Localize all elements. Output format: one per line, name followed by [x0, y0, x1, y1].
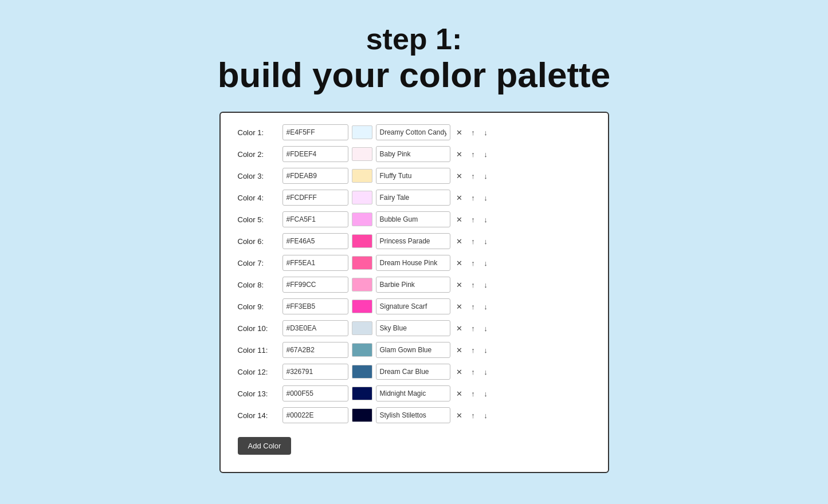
- hex-input[interactable]: [282, 211, 348, 227]
- remove-button[interactable]: ✕: [454, 172, 465, 180]
- table-row: Color 1: ✕ ↑ ↓: [238, 124, 591, 140]
- move-down-button[interactable]: ↓: [481, 281, 490, 289]
- color-name-input[interactable]: [376, 407, 450, 423]
- remove-button[interactable]: ✕: [454, 302, 465, 311]
- color-swatch[interactable]: [352, 321, 372, 335]
- move-down-button[interactable]: ↓: [481, 259, 490, 267]
- move-up-button[interactable]: ↑: [469, 389, 478, 398]
- remove-button[interactable]: ✕: [454, 150, 465, 159]
- color-swatch[interactable]: [352, 408, 372, 422]
- page-title: step 1: build your color palette: [218, 23, 611, 94]
- color-swatch[interactable]: [352, 191, 372, 204]
- move-up-button[interactable]: ↑: [469, 172, 478, 180]
- color-swatch[interactable]: [352, 300, 372, 313]
- move-up-button[interactable]: ↑: [469, 302, 478, 311]
- color-name-input[interactable]: [376, 233, 450, 249]
- color-label: Color 4:: [238, 194, 279, 202]
- color-name-input[interactable]: [376, 277, 450, 293]
- move-up-button[interactable]: ↑: [469, 259, 478, 267]
- move-down-button[interactable]: ↓: [481, 324, 490, 333]
- color-name-input[interactable]: [376, 146, 450, 162]
- hex-input[interactable]: [282, 364, 348, 380]
- table-row: Color 7: ✕ ↑ ↓: [238, 255, 591, 271]
- move-up-button[interactable]: ↑: [469, 346, 478, 355]
- move-down-button[interactable]: ↓: [481, 215, 490, 224]
- move-down-button[interactable]: ↓: [481, 237, 490, 246]
- move-up-button[interactable]: ↑: [469, 237, 478, 246]
- hex-input[interactable]: [282, 255, 348, 271]
- color-name-input[interactable]: [376, 298, 450, 314]
- remove-button[interactable]: ✕: [454, 128, 465, 137]
- color-label: Color 1:: [238, 128, 279, 137]
- table-row: Color 14: ✕ ↑ ↓: [238, 407, 591, 423]
- remove-button[interactable]: ✕: [454, 346, 465, 355]
- move-up-button[interactable]: ↑: [469, 194, 478, 202]
- hex-input[interactable]: [282, 124, 348, 140]
- color-swatch[interactable]: [352, 147, 372, 161]
- table-row: Color 4: ✕ ↑ ↓: [238, 190, 591, 206]
- color-swatch[interactable]: [352, 212, 372, 226]
- move-down-button[interactable]: ↓: [481, 411, 490, 420]
- add-color-button[interactable]: Add Color: [238, 437, 292, 455]
- hex-input[interactable]: [282, 342, 348, 358]
- color-name-input[interactable]: [376, 385, 450, 401]
- hex-input[interactable]: [282, 168, 348, 184]
- color-name-input[interactable]: [376, 168, 450, 184]
- color-label: Color 7:: [238, 259, 279, 267]
- color-name-input[interactable]: [376, 255, 450, 271]
- color-name-input[interactable]: [376, 342, 450, 358]
- move-down-button[interactable]: ↓: [481, 172, 490, 180]
- color-name-input[interactable]: [376, 364, 450, 380]
- move-up-button[interactable]: ↑: [469, 411, 478, 420]
- hex-input[interactable]: [282, 146, 348, 162]
- remove-button[interactable]: ✕: [454, 194, 465, 202]
- remove-button[interactable]: ✕: [454, 237, 465, 246]
- color-name-input[interactable]: [376, 190, 450, 206]
- hex-input[interactable]: [282, 407, 348, 423]
- color-swatch[interactable]: [352, 169, 372, 183]
- color-label: Color 10:: [238, 324, 279, 333]
- table-row: Color 2: ✕ ↑ ↓: [238, 146, 591, 162]
- color-swatch[interactable]: [352, 256, 372, 270]
- move-down-button[interactable]: ↓: [481, 302, 490, 311]
- hex-input[interactable]: [282, 277, 348, 293]
- move-up-button[interactable]: ↑: [469, 215, 478, 224]
- hex-input[interactable]: [282, 298, 348, 314]
- color-label: Color 8:: [238, 281, 279, 289]
- hex-input[interactable]: [282, 385, 348, 401]
- color-swatch[interactable]: [352, 387, 372, 400]
- color-swatch[interactable]: [352, 234, 372, 248]
- remove-button[interactable]: ✕: [454, 281, 465, 289]
- remove-button[interactable]: ✕: [454, 259, 465, 267]
- table-row: Color 3: ✕ ↑ ↓: [238, 168, 591, 184]
- color-swatch[interactable]: [352, 365, 372, 379]
- color-label: Color 12:: [238, 368, 279, 376]
- color-swatch[interactable]: [352, 343, 372, 357]
- move-up-button[interactable]: ↑: [469, 281, 478, 289]
- move-down-button[interactable]: ↓: [481, 128, 490, 137]
- move-up-button[interactable]: ↑: [469, 368, 478, 376]
- move-down-button[interactable]: ↓: [481, 346, 490, 355]
- move-down-button[interactable]: ↓: [481, 368, 490, 376]
- remove-button[interactable]: ✕: [454, 411, 465, 420]
- move-up-button[interactable]: ↑: [469, 150, 478, 159]
- hex-input[interactable]: [282, 320, 348, 336]
- remove-button[interactable]: ✕: [454, 389, 465, 398]
- move-down-button[interactable]: ↓: [481, 150, 490, 159]
- remove-button[interactable]: ✕: [454, 215, 465, 224]
- color-name-input[interactable]: [376, 211, 450, 227]
- color-swatch[interactable]: [352, 125, 372, 139]
- hex-input[interactable]: [282, 233, 348, 249]
- palette-container: Color 1: ✕ ↑ ↓ Color 2: ✕ ↑ ↓ Color 3: ✕…: [219, 112, 609, 473]
- hex-input[interactable]: [282, 190, 348, 206]
- color-swatch[interactable]: [352, 278, 372, 292]
- move-up-button[interactable]: ↑: [469, 128, 478, 137]
- move-up-button[interactable]: ↑: [469, 324, 478, 333]
- remove-button[interactable]: ✕: [454, 368, 465, 376]
- color-name-input[interactable]: [376, 320, 450, 336]
- move-down-button[interactable]: ↓: [481, 389, 490, 398]
- color-name-input[interactable]: [376, 124, 450, 140]
- table-row: Color 6: ✕ ↑ ↓: [238, 233, 591, 249]
- remove-button[interactable]: ✕: [454, 324, 465, 333]
- move-down-button[interactable]: ↓: [481, 194, 490, 202]
